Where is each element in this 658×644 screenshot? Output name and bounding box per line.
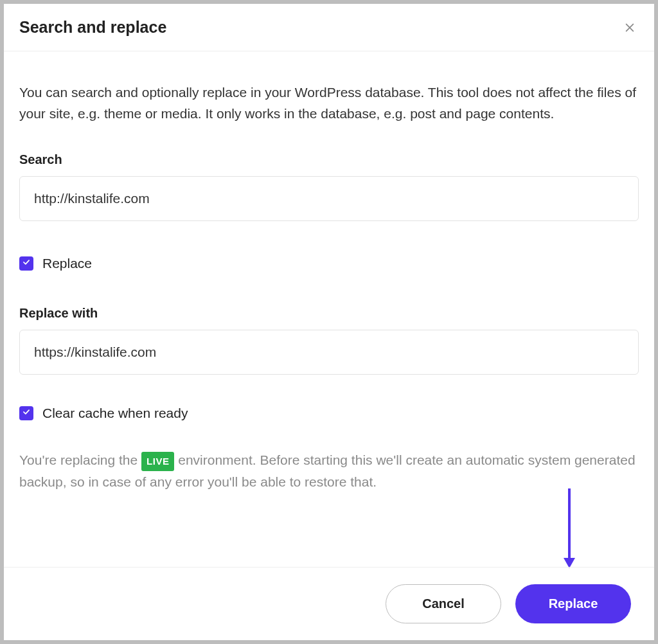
replace-checkbox-row: Replace <box>19 256 639 271</box>
replace-with-label: Replace with <box>19 306 639 321</box>
check-icon <box>22 258 31 269</box>
replace-with-field-group: Replace with <box>19 306 639 375</box>
modal-body: You can search and optionally replace in… <box>4 51 654 567</box>
replace-with-input[interactable] <box>19 330 639 375</box>
clear-cache-checkbox[interactable] <box>19 406 33 420</box>
notice-prefix: You're replacing the <box>19 452 141 467</box>
search-field-group: Search <box>19 152 639 221</box>
check-icon <box>22 407 31 419</box>
environment-notice: You're replacing the LIVE environment. B… <box>19 449 639 493</box>
search-label: Search <box>19 152 639 167</box>
modal-footer: Cancel Replace <box>4 567 654 640</box>
close-button[interactable] <box>621 19 639 37</box>
replace-checkbox-label: Replace <box>42 256 92 271</box>
clear-cache-checkbox-label: Clear cache when ready <box>42 406 188 421</box>
cancel-button[interactable]: Cancel <box>386 584 501 623</box>
modal-title: Search and replace <box>19 18 166 37</box>
modal-header: Search and replace <box>4 4 654 51</box>
search-replace-modal: Search and replace You can search and op… <box>4 4 654 640</box>
modal-description: You can search and optionally replace in… <box>19 82 639 124</box>
live-badge: LIVE <box>141 452 174 471</box>
replace-button[interactable]: Replace <box>515 584 631 623</box>
clear-cache-checkbox-row: Clear cache when ready <box>19 406 639 421</box>
search-input[interactable] <box>19 176 639 221</box>
replace-checkbox[interactable] <box>19 256 33 271</box>
